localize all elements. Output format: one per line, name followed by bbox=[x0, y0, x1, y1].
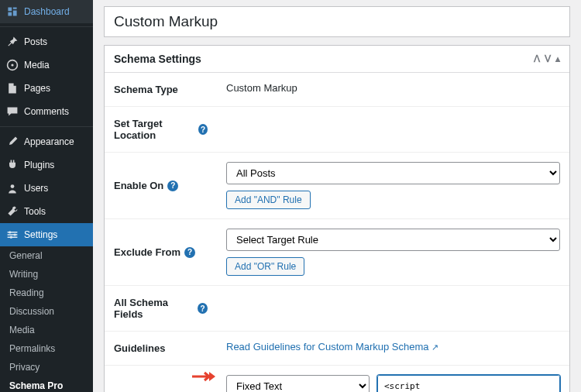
svg-point-4 bbox=[14, 233, 16, 236]
help-icon[interactable]: ? bbox=[184, 247, 195, 258]
sidebar-item-label: Media bbox=[24, 60, 50, 70]
sidebar-item-label: Users bbox=[24, 183, 48, 194]
exclude-from-select[interactable]: Select Target Rule bbox=[226, 229, 560, 251]
sidebar-item-media[interactable]: Media bbox=[0, 53, 93, 77]
svg-point-3 bbox=[9, 231, 11, 233]
submenu-permalinks[interactable]: Permalinks bbox=[0, 339, 93, 358]
sidebar-item-label: Dashboard bbox=[24, 6, 70, 17]
users-icon bbox=[6, 182, 19, 194]
sidebar-item-plugins[interactable]: Plugins bbox=[0, 153, 93, 177]
svg-point-2 bbox=[11, 184, 15, 188]
submenu-schema-pro[interactable]: Schema Pro bbox=[0, 377, 93, 392]
sidebar-item-label: Plugins bbox=[24, 160, 54, 170]
pin-icon bbox=[6, 36, 19, 48]
dashboard-icon bbox=[6, 5, 19, 18]
sidebar-item-label: Posts bbox=[24, 36, 47, 47]
plug-icon bbox=[6, 159, 19, 171]
help-icon[interactable]: ? bbox=[198, 124, 208, 135]
submenu-privacy[interactable]: Privacy bbox=[0, 358, 93, 377]
arrow-annotation-icon bbox=[192, 370, 215, 383]
sidebar-item-label: Settings bbox=[24, 229, 57, 240]
all-fields-label: All Schema Fields bbox=[114, 297, 194, 320]
sidebar-item-users[interactable]: Users bbox=[0, 177, 93, 200]
custom-markup-row: Custom Markup ? Fixed Text bbox=[105, 366, 569, 392]
settings-icon bbox=[6, 229, 19, 241]
add-and-rule-button[interactable]: Add "AND" Rule bbox=[226, 191, 311, 209]
help-icon[interactable]: ? bbox=[167, 181, 178, 191]
panel-heading: Schema Settings ᐱ ᐯ ▴ bbox=[105, 46, 569, 73]
sidebar-item-dashboard[interactable]: Dashboard bbox=[0, 0, 93, 23]
schema-type-value: Custom Markup bbox=[217, 73, 569, 106]
svg-point-1 bbox=[11, 64, 13, 66]
sidebar-item-label: Appearance bbox=[24, 136, 74, 147]
schema-type-label: Schema Type bbox=[105, 73, 217, 106]
svg-point-5 bbox=[10, 236, 12, 239]
enable-on-row: Enable On ? All Posts Add "AND" Rule bbox=[105, 153, 569, 219]
exclude-from-row: Exclude From ? Select Target Rule Add "O… bbox=[105, 219, 569, 286]
sidebar-item-comments[interactable]: Comments bbox=[0, 100, 93, 123]
heading-text: Schema Settings bbox=[114, 53, 201, 65]
media-icon bbox=[6, 59, 19, 71]
sidebar-item-tools[interactable]: Tools bbox=[0, 200, 93, 223]
help-icon[interactable]: ? bbox=[198, 303, 208, 314]
brush-icon bbox=[6, 136, 19, 148]
submenu-reading[interactable]: Reading bbox=[0, 284, 93, 302]
page-title: Custom Markup bbox=[104, 6, 570, 37]
schema-type-row: Schema Type Custom Markup bbox=[105, 73, 569, 107]
target-heading-row: Set Target Location ? bbox=[105, 107, 569, 153]
main-content: Custom Markup Schema Settings ᐱ ᐯ ▴ Sche… bbox=[93, 0, 581, 392]
page-icon bbox=[6, 82, 19, 95]
submenu-media[interactable]: Media bbox=[0, 321, 93, 339]
sidebar-item-label: Tools bbox=[24, 206, 46, 217]
guidelines-row: Guidelines Read Guidelines for Custom Ma… bbox=[105, 332, 569, 366]
submenu-general[interactable]: General bbox=[0, 246, 93, 265]
enable-on-select[interactable]: All Posts bbox=[226, 162, 560, 184]
panel-down-icon[interactable]: ᐯ bbox=[545, 53, 551, 64]
wrench-icon bbox=[6, 205, 19, 218]
exclude-from-label: Exclude From bbox=[114, 246, 180, 258]
submenu-writing[interactable]: Writing bbox=[0, 265, 93, 284]
sidebar-item-pages[interactable]: Pages bbox=[0, 77, 93, 100]
target-heading-label: Set Target Location bbox=[114, 118, 194, 141]
add-or-rule-button[interactable]: Add "OR" Rule bbox=[226, 257, 304, 276]
markup-type-select[interactable]: Fixed Text bbox=[226, 375, 370, 392]
sidebar-item-appearance[interactable]: Appearance bbox=[0, 130, 93, 153]
guidelines-link[interactable]: Read Guidelines for Custom Markup Schema bbox=[226, 341, 438, 352]
guidelines-label: Guidelines bbox=[105, 332, 217, 365]
panel-up-icon[interactable]: ᐱ bbox=[534, 53, 540, 64]
enable-on-label: Enable On bbox=[114, 180, 163, 191]
all-fields-heading-row: All Schema Fields ? bbox=[105, 286, 569, 332]
schema-settings-panel: Schema Settings ᐱ ᐯ ▴ Schema Type Custom… bbox=[104, 45, 570, 392]
admin-sidebar: Dashboard Posts Media Pages Comments App… bbox=[0, 0, 93, 392]
panel-toggle-icon[interactable]: ▴ bbox=[555, 53, 560, 64]
sidebar-item-label: Pages bbox=[24, 83, 50, 94]
sidebar-item-settings[interactable]: Settings bbox=[0, 223, 93, 246]
sidebar-item-posts[interactable]: Posts bbox=[0, 30, 93, 53]
comment-icon bbox=[6, 105, 19, 118]
markup-code-textarea[interactable] bbox=[377, 375, 560, 392]
submenu-discussion[interactable]: Discussion bbox=[0, 302, 93, 321]
sidebar-item-label: Comments bbox=[24, 106, 69, 117]
